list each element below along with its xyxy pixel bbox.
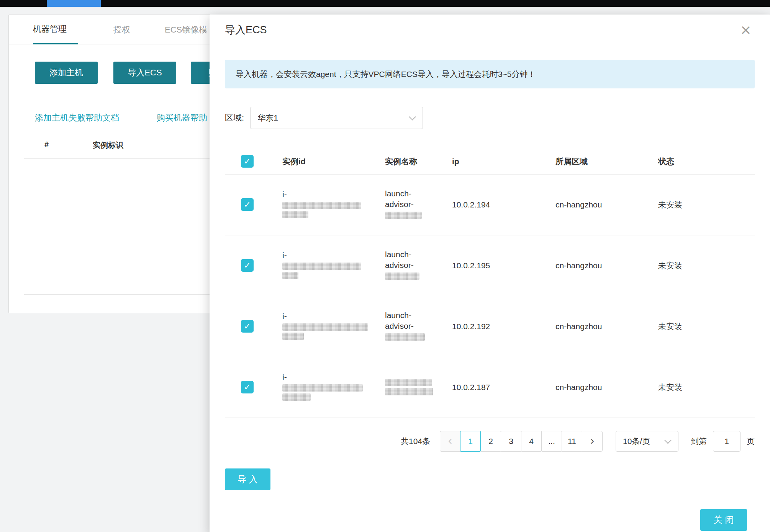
redacted-text — [385, 388, 433, 395]
add-host-help-link[interactable]: 添加主机失败帮助文档 — [35, 112, 119, 124]
row-checkbox[interactable]: ✓ — [241, 381, 254, 393]
tab-label: ECS镜像模 — [165, 24, 207, 36]
instance-id: i- — [282, 372, 287, 381]
top-nav-active-tab[interactable] — [47, 0, 101, 7]
next-page-button[interactable]: › — [582, 431, 603, 452]
chevron-left-icon: ‹ — [448, 435, 452, 446]
import-ecs-modal: 导入ECS × 导入机器，会安装云效agent，只支持VPC网络ECS导入，导入… — [210, 15, 770, 532]
page-button-1[interactable]: 1 — [460, 431, 481, 452]
redacted-text — [282, 384, 363, 392]
redacted-text — [282, 323, 368, 331]
goto-page-suffix: 页 — [747, 436, 755, 447]
region-row: 区域: 华东1 — [225, 107, 755, 129]
instance-status: 未安装 — [658, 383, 682, 392]
modal-body: 导入机器，会安装云效agent，只支持VPC网络ECS导入，导入过程会耗时3~5… — [210, 45, 770, 490]
redacted-text — [385, 212, 422, 219]
instance-region: cn-hangzhou — [555, 200, 602, 209]
redacted-text — [282, 393, 311, 401]
page-size-value: 10条/页 — [623, 436, 650, 447]
info-banner: 导入机器，会安装云效agent，只支持VPC网络ECS导入，导入过程会耗时3~5… — [225, 60, 755, 88]
check-icon: ✓ — [244, 322, 251, 331]
instance-name: launch- — [385, 250, 411, 259]
instance-name: advisor- — [385, 200, 414, 209]
table-row: ✓ i- launch- advisor- 10.0.2.192 cn-hang… — [225, 296, 755, 357]
prev-page-button[interactable]: ‹ — [440, 431, 460, 452]
pagination: 共104条 ‹ 1 2 3 4 ... 11 › 10条/页 到第 页 — [225, 431, 755, 452]
modal-title: 导入ECS — [225, 23, 267, 37]
redacted-text — [385, 333, 425, 341]
instance-ip: 10.0.2.187 — [452, 383, 490, 392]
goto-page-label: 到第 — [691, 436, 707, 447]
instance-name: advisor- — [385, 261, 414, 269]
row-checkbox[interactable]: ✓ — [241, 259, 254, 272]
chevron-down-icon — [409, 113, 416, 120]
instance-region: cn-hangzhou — [555, 322, 602, 331]
add-host-button[interactable]: 添加主机 — [35, 62, 98, 84]
page-button-2[interactable]: 2 — [480, 431, 501, 452]
ecs-instances-table: ✓ 实例id 实例名称 ip 所属区域 状态 ✓ i- — [225, 149, 755, 418]
column-header-status: 状态 — [658, 149, 755, 174]
instance-status: 未安装 — [658, 200, 682, 209]
goto-page-input[interactable] — [713, 431, 741, 452]
row-checkbox[interactable]: ✓ — [241, 198, 254, 211]
page-size-select[interactable]: 10条/页 — [616, 431, 678, 452]
check-icon: ✓ — [244, 201, 251, 209]
instance-ip: 10.0.2.192 — [452, 322, 490, 331]
page-button-ellipsis[interactable]: ... — [541, 431, 562, 452]
page-button-3[interactable]: 3 — [501, 431, 521, 452]
region-select-value: 华东1 — [257, 113, 278, 123]
buy-machine-help-link[interactable]: 购买机器帮助 — [157, 112, 207, 124]
column-header-instance-id: 实例标识 — [93, 140, 123, 150]
pagination-total: 共104条 — [401, 436, 430, 447]
instance-id: i- — [282, 190, 287, 199]
tab-authorization[interactable]: 授权 — [113, 15, 130, 44]
tab-machine-management[interactable]: 机器管理 — [33, 15, 78, 44]
import-button[interactable]: 导 入 — [225, 468, 270, 490]
modal-close-button[interactable]: 关 闭 — [700, 509, 747, 531]
instance-ip: 10.0.2.195 — [452, 261, 490, 270]
chevron-right-icon: › — [590, 435, 594, 446]
instance-name: launch- — [385, 311, 411, 320]
redacted-text — [282, 202, 361, 209]
instance-name: launch- — [385, 189, 411, 198]
column-header-index: # — [44, 140, 49, 149]
page-button-4[interactable]: 4 — [521, 431, 542, 452]
tab-ecs-image[interactable]: ECS镜像模 — [165, 15, 207, 44]
column-header-ip: ip — [452, 149, 555, 174]
redacted-text — [282, 333, 304, 340]
instance-ip: 10.0.2.194 — [452, 200, 490, 209]
table-row: ✓ i- launch- advisor- 10.0.2.195 cn-hang… — [225, 235, 755, 296]
modal-header: 导入ECS × — [210, 15, 770, 45]
row-checkbox[interactable]: ✓ — [241, 320, 254, 333]
region-label: 区域: — [225, 112, 244, 124]
close-icon[interactable]: × — [740, 23, 752, 37]
chevron-down-icon — [664, 437, 671, 444]
redacted-text — [385, 379, 432, 386]
instance-name: advisor- — [385, 321, 414, 330]
instance-status: 未安装 — [658, 261, 682, 270]
page-button-11[interactable]: 11 — [562, 431, 582, 452]
column-header-region: 所属区域 — [555, 149, 658, 174]
check-icon: ✓ — [244, 383, 251, 392]
column-header-instance-name: 实例名称 — [385, 149, 452, 174]
redacted-text — [282, 263, 361, 270]
instance-id: i- — [282, 251, 287, 259]
table-row: ✓ i- 10.0.2.187 cn-hangzhou 未安装 — [225, 357, 755, 418]
table-row: ✓ i- launch- advisor- 10.0.2.194 cn-hang… — [225, 174, 755, 235]
check-icon: ✓ — [244, 261, 251, 270]
instance-region: cn-hangzhou — [555, 383, 602, 392]
import-ecs-button[interactable]: 导入ECS — [113, 62, 176, 84]
select-all-checkbox[interactable]: ✓ — [241, 155, 254, 168]
redacted-text — [282, 272, 298, 279]
column-header-instance-id: 实例id — [282, 149, 385, 174]
top-nav-bar — [0, 0, 770, 7]
instance-id: i- — [282, 312, 287, 320]
info-banner-text: 导入机器，会安装云效agent，只支持VPC网络ECS导入，导入过程会耗时3~5… — [236, 69, 536, 80]
redacted-text — [282, 211, 308, 218]
redacted-text — [385, 273, 419, 280]
instance-region: cn-hangzhou — [555, 261, 602, 270]
tab-label: 授权 — [113, 24, 130, 36]
check-icon: ✓ — [244, 157, 251, 166]
tab-label: 机器管理 — [33, 23, 67, 35]
region-select[interactable]: 华东1 — [250, 107, 423, 129]
